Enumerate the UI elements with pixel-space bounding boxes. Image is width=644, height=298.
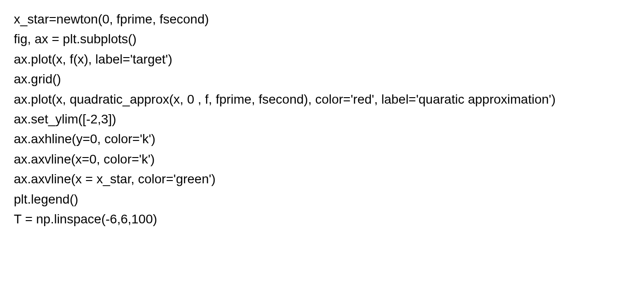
code-line: ax.grid() — [14, 69, 630, 89]
code-line: ax.axvline(x = x_star, color='green') — [14, 169, 630, 189]
code-line: ax.plot(x, quadratic_approx(x, 0 , f, fp… — [14, 89, 630, 109]
code-line: ax.axvline(x=0, color='k') — [14, 149, 630, 169]
code-line: T = np.linspace(-6,6,100) — [14, 209, 630, 229]
code-line: x_star=newton(0, fprime, fsecond) — [14, 9, 630, 29]
code-line: ax.set_ylim([-2,3]) — [14, 109, 630, 129]
code-line: fig, ax = plt.subplots() — [14, 29, 630, 49]
code-line: plt.legend() — [14, 189, 630, 209]
code-block: x_star=newton(0, fprime, fsecond) fig, a… — [14, 9, 630, 229]
code-line: ax.axhline(y=0, color='k') — [14, 129, 630, 149]
code-line: ax.plot(x, f(x), label='target') — [14, 49, 630, 69]
